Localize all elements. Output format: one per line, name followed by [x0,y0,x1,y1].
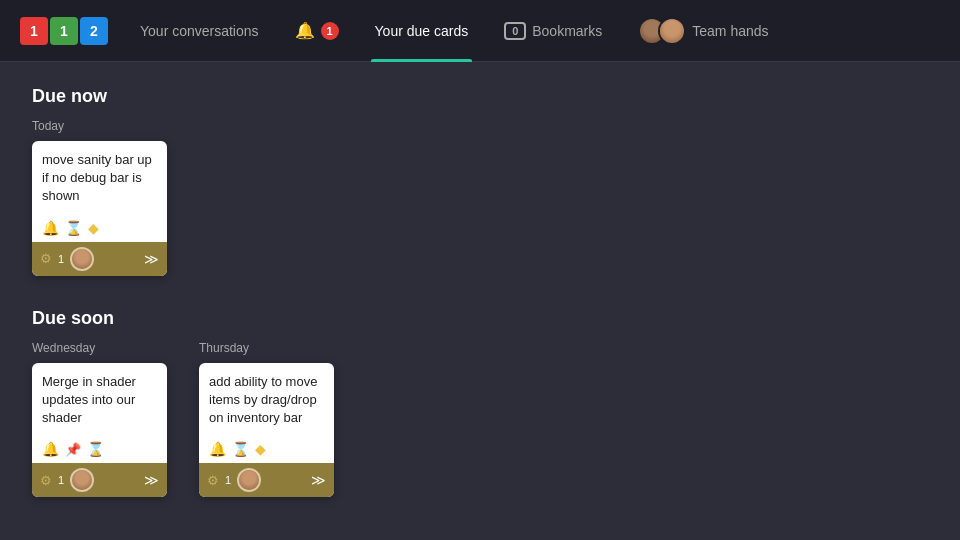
thursday-label: Thursday [199,341,334,355]
nav-item-conversations[interactable]: Your conversations [136,0,263,62]
due-now-cards: move sanity bar up if no debug bar is sh… [32,141,928,276]
chevrons-icon: ≫ [144,251,159,267]
hourglass-gold-icon-3: ⌛ [232,441,249,457]
card-1-avatar [70,247,94,271]
card-3-text: add ability to move items by drag/drop o… [209,374,317,425]
logo-tile-1: 1 [20,17,48,45]
card-1[interactable]: move sanity bar up if no debug bar is sh… [32,141,167,276]
card-2-avatar [70,468,94,492]
hourglass-gold-icon-2: ⌛ [87,441,104,457]
bell-gold-icon-2: 🔔 [42,441,59,457]
bookmark-badge: 0 [504,22,526,40]
bell-icon: 🔔 [295,21,315,40]
card-3[interactable]: add ability to move items by drag/drop o… [199,363,334,498]
due-soon-groups: Wednesday Merge in shader updates into o… [32,341,928,530]
pin-icon: 📌 [65,442,81,457]
wednesday-cards: Merge in shader updates into our shader … [32,363,167,498]
main-content: Due now Today move sanity bar up if no d… [0,62,960,540]
thursday-cards: add ability to move items by drag/drop o… [199,363,334,498]
logo-tile-2: 1 [50,17,78,45]
wednesday-label: Wednesday [32,341,167,355]
nav-label-bookmarks: Bookmarks [532,23,602,39]
card-1-body: move sanity bar up if no debug bar is sh… [32,141,167,214]
gear-icon-3: ⚙ [207,473,219,488]
card-1-icons: 🔔 ⌛ ◆ [32,214,167,242]
nav-item-notification[interactable]: 🔔 1 [291,0,343,62]
due-now-title: Due now [32,86,928,107]
card-2[interactable]: Merge in shader updates into our shader … [32,363,167,498]
diamond-icon: ◆ [88,220,99,236]
due-soon-section: Due soon Wednesday Merge in shader updat… [32,308,928,530]
card-2-text: Merge in shader updates into our shader [42,374,136,425]
card-1-text: move sanity bar up if no debug bar is sh… [42,152,152,203]
main-nav: 1 1 2 Your conversations 🔔 1 Your due ca… [0,0,960,62]
card-3-avatar [237,468,261,492]
card-3-count: 1 [225,474,231,486]
chevrons-icon-2: ≫ [144,472,159,488]
nav-item-team-hands[interactable]: Team hands [634,0,772,62]
card-2-icons: 🔔 📌 ⌛ [32,435,167,463]
card-3-footer: ⚙ 1 ≫ [199,463,334,497]
nav-item-due-cards[interactable]: Your due cards [371,0,473,62]
card-2-footer: ⚙ 1 ≫ [32,463,167,497]
notification-badge: 1 [321,22,339,40]
wednesday-group: Wednesday Merge in shader updates into o… [32,341,167,530]
team-avatar-pair [638,17,686,45]
card-2-count: 1 [58,474,64,486]
bell-red-icon: 🔔 [42,220,59,236]
due-soon-title: Due soon [32,308,928,329]
diamond-icon-3: ◆ [255,441,266,457]
card-3-icons: 🔔 ⌛ ◆ [199,435,334,463]
chevrons-icon-3: ≫ [311,472,326,488]
bell-gold-icon-3: 🔔 [209,441,226,457]
gear-icon-2: ⚙ [40,473,52,488]
hourglass-green-icon: ⌛ [65,220,82,236]
card-1-count: 1 [58,253,64,265]
avatar-2 [658,17,686,45]
card-2-body: Merge in shader updates into our shader [32,363,167,436]
nav-label-conversations: Your conversations [140,23,259,39]
card-1-footer: ⚙ 1 ≫ [32,242,167,276]
card-3-body: add ability to move items by drag/drop o… [199,363,334,436]
due-now-date: Today [32,119,928,133]
logo-tile-3: 2 [80,17,108,45]
gear-icon: ⚙ [40,251,52,266]
thursday-group: Thursday add ability to move items by dr… [199,341,334,530]
logo: 1 1 2 [20,17,108,45]
due-now-section: Due now Today move sanity bar up if no d… [32,86,928,276]
nav-item-bookmarks[interactable]: 0 Bookmarks [500,0,606,62]
nav-label-team-hands: Team hands [692,23,768,39]
nav-label-due-cards: Your due cards [375,23,469,39]
